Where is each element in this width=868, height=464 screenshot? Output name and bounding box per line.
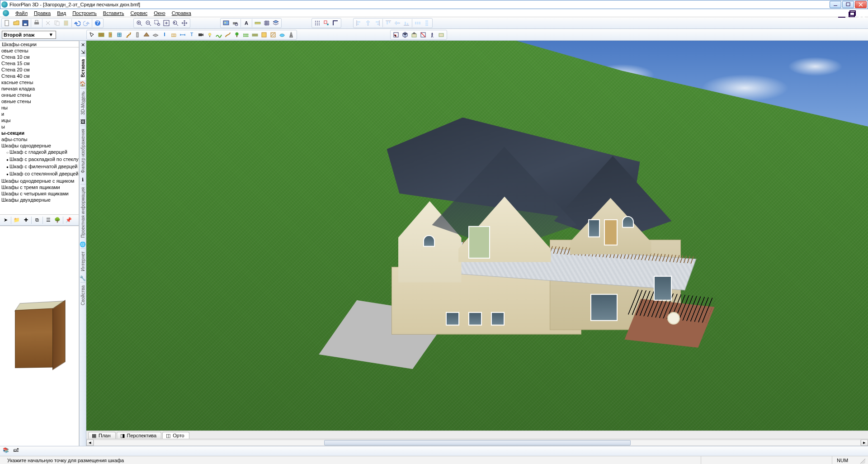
tree-item[interactable]: Шкафы однодверные (0, 142, 79, 149)
close-button[interactable] (855, 1, 867, 8)
beam-tool-icon[interactable]: I (160, 31, 169, 39)
menu-service[interactable]: Сервис (127, 10, 150, 16)
tree-item[interactable]: касные стены (0, 79, 79, 85)
scroll-thumb[interactable] (324, 440, 631, 445)
wall-tool-icon[interactable] (97, 31, 105, 39)
menu-file[interactable]: Файл (13, 10, 30, 16)
text-tool-icon[interactable]: A (242, 19, 250, 27)
area-tool-icon[interactable] (260, 31, 268, 39)
tree-item[interactable]: Шкаф со стеклянной дверцей (0, 170, 79, 178)
scroll-left-icon[interactable]: ◂ (86, 440, 94, 446)
align-bottom-icon[interactable] (402, 19, 410, 27)
fence-tool-icon[interactable] (242, 31, 250, 39)
zoom-previous-icon[interactable] (171, 19, 179, 27)
align-top-icon[interactable] (384, 19, 392, 27)
tree-item[interactable]: Шкафы с тремя ящиками (0, 184, 79, 190)
tree-item[interactable]: Шкафы однодверные с ящиком (0, 178, 79, 184)
tree-item[interactable]: овые стены (0, 47, 79, 54)
tab-plan[interactable]: ▦План (88, 432, 116, 439)
path-tool-icon[interactable] (224, 31, 232, 39)
text-label-icon[interactable]: T (188, 31, 196, 39)
roof-tool-icon[interactable] (142, 31, 151, 39)
menu-help[interactable]: Справка (169, 10, 194, 16)
plant-tool-icon[interactable] (233, 31, 241, 39)
tab-ortho[interactable]: ◫Орто (162, 432, 189, 439)
pool-tool-icon[interactable] (278, 31, 286, 39)
zoom-in-icon[interactable] (135, 19, 143, 27)
cut-icon[interactable] (44, 19, 52, 27)
lib-apply-icon[interactable]: ➤ (1, 216, 9, 224)
copy-icon[interactable] (53, 19, 61, 27)
deck-tool-icon[interactable] (251, 31, 259, 39)
lib-tree-icon[interactable]: 🌳 (53, 216, 61, 224)
window-tool-icon[interactable] (115, 31, 123, 39)
menu-insert[interactable]: Вставить (100, 10, 127, 16)
railing-tool-icon[interactable] (170, 31, 178, 39)
distribute-v-icon[interactable] (423, 19, 431, 27)
sidetab-projinfo[interactable]: Проектная информация (80, 184, 85, 241)
grid-icon[interactable] (263, 19, 271, 27)
tree-item[interactable]: Стена 15 см (0, 60, 79, 66)
print-icon[interactable] (33, 19, 41, 27)
sidetab-imgfilter[interactable]: Фильтр изображения (80, 126, 85, 176)
stairs-tool-icon[interactable] (124, 31, 132, 39)
menu-build[interactable]: Построить (70, 10, 99, 16)
view-elevation-icon[interactable] (410, 31, 418, 39)
light-tool-icon[interactable] (206, 31, 214, 39)
select-tool-icon[interactable] (88, 31, 96, 39)
tree-item[interactable]: онные стены (0, 92, 79, 98)
viewport-hscrollbar[interactable]: ◂ ▸ (86, 439, 868, 446)
tree-item[interactable]: ы (0, 123, 79, 130)
terrain-tool-icon[interactable] (215, 31, 223, 39)
bottom-furniture-icon[interactable]: 🛋 (14, 447, 22, 455)
paste-icon[interactable] (62, 19, 70, 27)
align-center-h-icon[interactable] (364, 19, 372, 27)
bottom-catalog-icon[interactable]: 📚 (3, 447, 11, 455)
sidetab-internet[interactable]: Интернет (80, 248, 85, 274)
dimension-tool-icon[interactable] (179, 31, 187, 39)
mdi-system-icon[interactable] (3, 10, 9, 16)
sidetab-props[interactable]: Свойства (80, 282, 85, 308)
distribute-h-icon[interactable] (414, 19, 422, 27)
mdi-close-button[interactable] (857, 10, 866, 17)
open-icon[interactable] (12, 19, 20, 27)
view-ortho-icon[interactable] (437, 31, 445, 39)
road-tool-icon[interactable] (287, 31, 295, 39)
door-tool-icon[interactable] (106, 31, 114, 39)
align-left-icon[interactable] (355, 19, 363, 27)
view-plan-icon[interactable] (392, 31, 400, 39)
render-icon[interactable] (222, 19, 230, 27)
tree-item[interactable]: Стена 20 см (0, 66, 79, 73)
save-icon[interactable] (21, 19, 29, 27)
slab-tool-icon[interactable] (151, 31, 160, 39)
tree-item[interactable]: Шкаф с раскладкой по стеклу (0, 156, 79, 163)
tree-item[interactable]: ицы (0, 117, 79, 123)
undo-icon[interactable] (73, 19, 81, 27)
viewport-3d[interactable] (86, 41, 868, 431)
zoom-fit-icon[interactable] (162, 19, 170, 27)
zoom-window-icon[interactable] (153, 19, 161, 27)
tree-item[interactable]: Стена 10 см (0, 54, 79, 60)
lib-pin-icon[interactable]: 📌 (65, 216, 73, 224)
tree-item[interactable]: ы-секции (0, 130, 79, 136)
view-walkthrough-icon[interactable] (428, 31, 436, 39)
panel-pin-icon[interactable]: ⇲ (80, 49, 86, 55)
tree-item[interactable]: ны (0, 104, 79, 111)
view-section-icon[interactable] (419, 31, 427, 39)
menu-edit[interactable]: Правка (31, 10, 53, 16)
pan-icon[interactable] (180, 19, 189, 27)
measure-icon[interactable] (254, 19, 262, 27)
tree-item[interactable]: Шкаф с гладкой дверцей (0, 149, 79, 156)
tree-item[interactable]: и (0, 111, 79, 117)
mdi-restore-button[interactable] (847, 10, 856, 17)
tree-item[interactable]: Шкаф с филенчатой дверцей (0, 163, 79, 170)
view-3d-icon[interactable] (401, 31, 409, 39)
tree-item[interactable]: овные стены (0, 98, 79, 104)
tree-item[interactable]: афы-столы (0, 136, 79, 142)
align-middle-icon[interactable] (393, 19, 401, 27)
tree-item[interactable]: пичная кладка (0, 85, 79, 92)
sidetab-model[interactable]: 3D-Модель (80, 88, 85, 118)
floor-selector[interactable]: Второй этаж ▾ (2, 31, 56, 39)
ortho-toggle-icon[interactable] (331, 19, 340, 27)
minimize-button[interactable] (830, 1, 841, 8)
